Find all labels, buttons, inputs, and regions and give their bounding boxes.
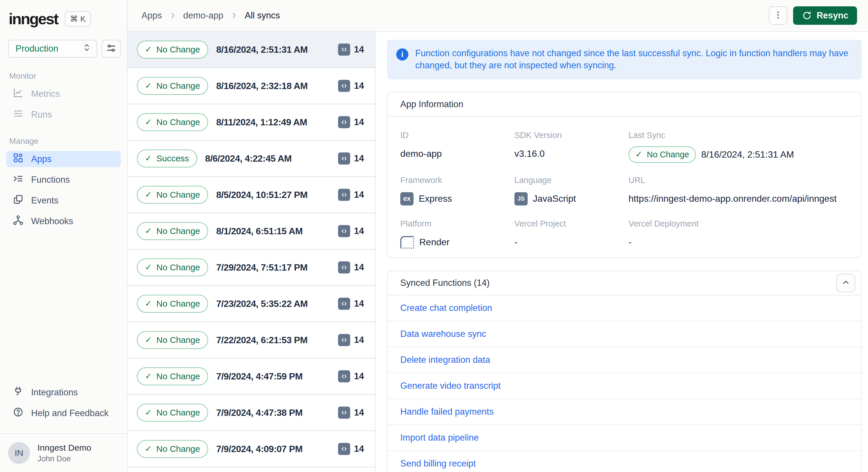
avatar: IN bbox=[8, 442, 30, 464]
app-root: inngest ⌘ K Production Monitor bbox=[0, 0, 868, 472]
synced-functions-title: Synced Functions (14) bbox=[400, 278, 490, 288]
app-information-grid: ID demo-app SDK Version v3.16.0 Last Syn… bbox=[388, 117, 861, 257]
sidebar-item-events[interactable]: Events bbox=[6, 192, 121, 209]
sync-list-item[interactable]: ✓ No Change 8/16/2024, 2:51:31 AM 14 bbox=[128, 32, 375, 68]
content: ✓ No Change 8/16/2024, 2:51:31 AM 14 ✓ N… bbox=[128, 32, 868, 472]
sidebar-item-label: Functions bbox=[31, 175, 70, 185]
synced-function-link[interactable]: Generate video transcript bbox=[400, 381, 501, 391]
breadcrumb-demo-app[interactable]: demo-app bbox=[183, 10, 224, 21]
apps-shapes-icon bbox=[13, 152, 24, 166]
topbar-actions: Resync bbox=[769, 6, 857, 25]
sync-list-item[interactable]: ✓ No Change 7/29/2024, 7:51:17 PM 14 bbox=[128, 250, 375, 286]
code-icon bbox=[338, 443, 350, 455]
sync-status-badge: ✓ No Change bbox=[137, 77, 208, 95]
sync-timestamp: 7/23/2024, 5:35:22 AM bbox=[216, 298, 308, 309]
logo-row: inngest ⌘ K bbox=[0, 0, 127, 28]
sync-list-item[interactable]: ✓ No Change 7/9/2024, 4:47:59 PM 14 bbox=[128, 358, 375, 395]
sidebar-item-help[interactable]: Help and Feedback bbox=[6, 405, 121, 421]
chevron-right-icon bbox=[230, 11, 238, 20]
app-info-field-value: JS JavaScript bbox=[515, 191, 628, 206]
sync-list-item[interactable]: ✓ No Change 8/11/2024, 1:12:49 AM 14 bbox=[128, 104, 375, 140]
command-k-shortcut[interactable]: ⌘ K bbox=[65, 11, 91, 27]
sidebar-spacer bbox=[0, 234, 127, 384]
sync-status-label: No Change bbox=[156, 226, 200, 236]
sync-list-item[interactable]: ✓ No Change 7/23/2024, 5:35:22 AM 14 bbox=[128, 286, 375, 322]
sync-timestamp: 8/16/2024, 2:51:31 AM bbox=[216, 44, 308, 55]
code-icon bbox=[338, 189, 350, 201]
user-menu[interactable]: IN Inngest Demo John Doe bbox=[0, 434, 127, 472]
app-info-field-text: - bbox=[628, 237, 632, 248]
sidebar-item-runs[interactable]: Runs bbox=[6, 106, 121, 123]
sidebar-item-integrations[interactable]: Integrations bbox=[6, 384, 121, 401]
code-icon bbox=[338, 116, 350, 128]
function-count: 14 bbox=[338, 334, 364, 346]
sync-status-label: No Change bbox=[156, 335, 200, 345]
function-count: 14 bbox=[338, 43, 364, 56]
sync-status-label: No Change bbox=[156, 408, 200, 417]
app-info-field: Language JS JavaScript bbox=[515, 176, 628, 206]
app-info-field-label: ID bbox=[400, 130, 515, 140]
sync-list-item[interactable]: ✓ Success 8/6/2024, 4:22:45 AM 14 bbox=[128, 140, 375, 177]
sidebar: inngest ⌘ K Production Monitor bbox=[0, 0, 128, 472]
synced-function-row: Generate video transcript bbox=[388, 373, 861, 399]
sidebar-item-apps[interactable]: Apps bbox=[6, 151, 121, 167]
code-icon bbox=[338, 407, 350, 419]
chevron-up-icon bbox=[841, 278, 851, 288]
sidebar-item-label: Events bbox=[31, 195, 59, 206]
sync-status-badge: ✓ No Change bbox=[137, 295, 208, 313]
sync-status-badge: ✓ No Change bbox=[137, 331, 208, 349]
resync-button[interactable]: Resync bbox=[793, 6, 857, 25]
sidebar-item-functions[interactable]: Functions bbox=[6, 172, 121, 188]
info-banner: i Function configurations have not chang… bbox=[387, 40, 862, 79]
sidebar-item-metrics[interactable]: Metrics bbox=[6, 86, 121, 102]
check-icon: ✓ bbox=[636, 150, 642, 158]
app-info-field: SDK Version v3.16.0 bbox=[515, 130, 628, 163]
sync-list-item[interactable]: ✓ No Change 8/1/2024, 6:51:15 AM 14 bbox=[128, 213, 375, 250]
app-info-field-label: Vercel Deployment bbox=[628, 219, 848, 228]
environment-select[interactable]: Production bbox=[8, 40, 97, 58]
app-info-field-text: JavaScript bbox=[533, 193, 576, 204]
app-info-field-value: - bbox=[515, 235, 628, 250]
more-options-button[interactable] bbox=[769, 6, 787, 25]
check-icon: ✓ bbox=[145, 372, 152, 380]
synced-function-link[interactable]: Send billing receipt bbox=[400, 459, 476, 469]
sync-list-item[interactable]: ✓ No Change 8/16/2024, 2:32:18 AM 14 bbox=[128, 68, 375, 104]
sync-list-item[interactable]: ✓ No Change 7/22/2024, 6:21:53 PM 14 bbox=[128, 322, 375, 358]
plug-icon bbox=[13, 386, 24, 399]
synced-function-row: Delete integration data bbox=[388, 347, 861, 373]
app-information-card: App Information ID demo-app SDK Version … bbox=[387, 92, 862, 258]
check-icon: ✓ bbox=[145, 82, 152, 90]
synced-function-link[interactable]: Import data pipeline bbox=[400, 433, 479, 443]
synced-functions-list: Create chat completion Data warehouse sy… bbox=[388, 295, 861, 472]
sidebar-item-label: Apps bbox=[31, 154, 52, 164]
check-icon: ✓ bbox=[145, 191, 152, 199]
sync-status-label: Success bbox=[156, 154, 189, 163]
synced-function-link[interactable]: Create chat completion bbox=[400, 303, 492, 313]
environment-filter-button[interactable] bbox=[102, 40, 121, 58]
synced-function-link[interactable]: Delete integration data bbox=[400, 355, 490, 365]
sync-status-label: No Change bbox=[156, 444, 200, 454]
sync-timestamp: 8/11/2024, 1:12:49 AM bbox=[216, 117, 307, 128]
sync-list-item[interactable]: ✓ No Change 7/9/2024, 4:47:38 PM 14 bbox=[128, 395, 375, 431]
sync-status-label: No Change bbox=[156, 371, 200, 381]
sync-list-item[interactable]: ✓ No Change 8/5/2024, 10:51:27 PM 14 bbox=[128, 177, 375, 213]
sync-list-item[interactable]: ✓ No Change 7/9/2024, 4:09:07 PM 14 bbox=[128, 431, 375, 467]
check-icon: ✓ bbox=[145, 45, 152, 54]
function-count: 14 bbox=[338, 407, 364, 419]
app-info-field-value: ✓ No Change 8/16/2024, 2:51:31 AM bbox=[628, 146, 848, 163]
sidebar-item-webhooks[interactable]: Webhooks bbox=[6, 213, 121, 229]
app-info-field-label: Vercel Project bbox=[515, 219, 628, 228]
app-info-field-text: https://inngest-demo-app.onrender.com/ap… bbox=[628, 193, 837, 204]
sync-status-label: No Change bbox=[156, 45, 200, 55]
last-sync-status-badge: ✓ No Change bbox=[628, 146, 696, 163]
collapse-button[interactable] bbox=[836, 274, 855, 292]
synced-function-row: Send billing receipt bbox=[388, 451, 861, 472]
sync-status-badge: ✓ No Change bbox=[137, 440, 208, 458]
nav-section-manage: Manage bbox=[9, 136, 121, 146]
synced-function-link[interactable]: Handle failed payments bbox=[400, 407, 494, 417]
app-info-field-value: v3.16.0 bbox=[515, 146, 628, 161]
user-person-name: John Doe bbox=[37, 454, 91, 463]
app-info-field-label: Platform bbox=[400, 219, 515, 228]
breadcrumb-apps[interactable]: Apps bbox=[142, 10, 162, 21]
synced-function-link[interactable]: Data warehouse sync bbox=[400, 329, 486, 339]
